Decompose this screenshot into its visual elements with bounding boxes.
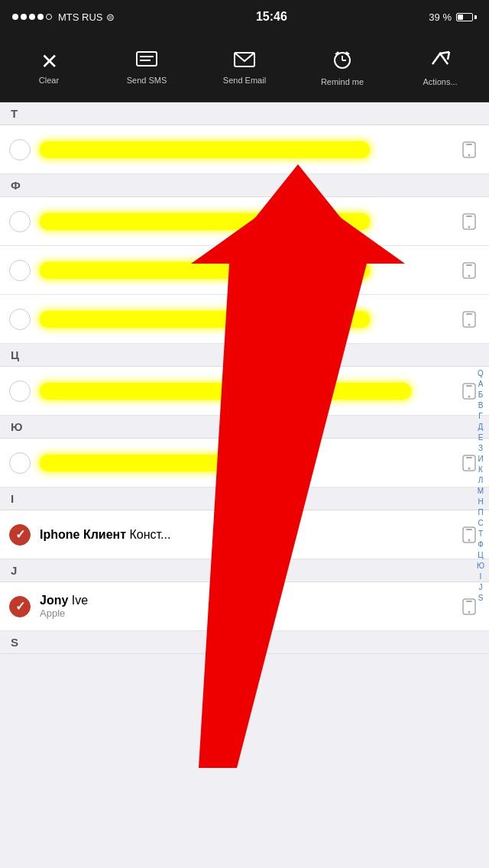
table-row[interactable] <box>0 125 489 174</box>
svg-rect-30 <box>466 529 472 530</box>
alpha-B[interactable]: Б <box>478 390 484 400</box>
contact-last-name: Ive <box>72 594 88 607</box>
section-header-Yu: Ю <box>0 416 489 439</box>
contact-name-bar <box>40 262 370 279</box>
battery-icon <box>456 13 477 21</box>
alpha-T[interactable]: Т <box>478 529 483 539</box>
email-icon <box>233 50 256 73</box>
contact-name-block <box>40 383 452 400</box>
remind-me-button[interactable]: Remind me <box>293 49 391 86</box>
contact-checkbox[interactable] <box>9 381 31 402</box>
table-row[interactable] <box>0 439 489 487</box>
battery-body <box>456 13 473 21</box>
table-row[interactable] <box>0 197 489 246</box>
contact-name-bar <box>40 213 370 230</box>
section-header-F: Ф <box>0 174 489 197</box>
contact-checkbox[interactable] <box>9 309 31 330</box>
alpha-E[interactable]: Е <box>478 432 484 442</box>
alpha-Yu[interactable]: Ю <box>477 561 484 571</box>
contact-name-bar <box>40 455 308 471</box>
alpha-F[interactable]: Ф <box>478 539 484 549</box>
alpha-J[interactable]: J <box>479 582 483 592</box>
alpha-P[interactable]: П <box>478 507 483 517</box>
section-header-S: S <box>0 631 489 654</box>
svg-line-9 <box>440 52 449 53</box>
alpha-G[interactable]: Г <box>478 411 482 421</box>
sms-label: Send SMS <box>127 76 167 85</box>
alpha-S-lat[interactable]: S <box>478 593 484 603</box>
wifi-icon: ⊜ <box>106 11 115 23</box>
actions-button[interactable]: Actions... <box>391 49 489 86</box>
contact-name-text: Iphone Клиент Конст... <box>40 528 452 542</box>
contact-name-bar <box>40 141 370 158</box>
contact-checkbox[interactable] <box>9 260 31 281</box>
svg-rect-12 <box>466 144 472 145</box>
contact-checkbox[interactable] <box>9 139 31 160</box>
send-sms-button[interactable]: Send SMS <box>98 50 196 85</box>
section-header-J: J <box>0 559 489 582</box>
alpha-L[interactable]: Л <box>478 475 484 485</box>
svg-rect-24 <box>466 385 472 387</box>
svg-point-22 <box>468 323 471 326</box>
sms-icon <box>135 50 158 73</box>
alpha-I[interactable]: И <box>478 454 483 464</box>
contact-first-name: Iphone Клиент <box>40 528 126 541</box>
signal-dots <box>12 14 52 20</box>
contact-checkbox[interactable] <box>9 452 31 474</box>
table-row[interactable]: Iphone Клиент Конст... <box>0 510 489 559</box>
alpha-K[interactable]: К <box>478 465 483 474</box>
alpha-index: Q А Б В Г Д Е З И К Л М Н П С Т Ф Ц Ю I … <box>472 102 489 868</box>
toolbar: ✕ Clear Send SMS Send Email <box>0 34 489 102</box>
alarm-icon <box>332 49 353 74</box>
alpha-I-lat[interactable]: I <box>480 572 482 581</box>
contact-list: T Ф <box>0 102 489 868</box>
alpha-N[interactable]: Н <box>478 497 483 507</box>
svg-rect-15 <box>466 215 472 217</box>
alpha-V[interactable]: В <box>478 400 484 410</box>
dot-3 <box>29 14 35 20</box>
alpha-S[interactable]: С <box>478 518 483 528</box>
contact-name-block <box>40 213 452 230</box>
svg-point-16 <box>468 225 471 228</box>
status-right: 39 % <box>429 11 477 23</box>
contact-name-block <box>40 455 452 471</box>
alpha-A[interactable]: А <box>478 379 484 389</box>
table-row[interactable]: Jony Ive Apple <box>0 582 489 631</box>
section-header-T: T <box>0 102 489 125</box>
svg-point-31 <box>468 539 471 541</box>
contact-name-block <box>40 311 452 328</box>
alpha-M[interactable]: М <box>478 486 484 496</box>
svg-rect-33 <box>466 601 472 602</box>
svg-rect-18 <box>466 264 472 266</box>
table-row[interactable] <box>0 367 489 416</box>
table-row[interactable] <box>0 295 489 344</box>
contact-checkbox[interactable] <box>9 211 31 232</box>
contact-name-bar <box>40 383 411 400</box>
battery-fill <box>458 15 463 20</box>
contact-name-bar <box>40 311 370 328</box>
contact-checkbox-checked[interactable] <box>9 524 31 546</box>
dot-2 <box>21 14 27 20</box>
contact-checkbox-checked[interactable] <box>9 596 31 617</box>
svg-point-19 <box>468 274 471 277</box>
dot-4 <box>37 14 44 20</box>
svg-rect-0 <box>137 52 157 66</box>
status-left: MTS RUS ⊜ <box>12 11 115 23</box>
contact-last-name: Конст... <box>130 528 171 541</box>
clear-button[interactable]: ✕ Clear <box>0 51 98 85</box>
email-label: Send Email <box>223 76 266 85</box>
status-time: 15:46 <box>256 10 287 24</box>
carrier-label: MTS RUS <box>58 11 103 23</box>
clear-icon: ✕ <box>40 51 58 73</box>
alpha-Q[interactable]: Q <box>478 368 484 378</box>
alpha-Z[interactable]: З <box>478 443 483 453</box>
send-email-button[interactable]: Send Email <box>196 50 293 85</box>
svg-point-28 <box>468 467 471 469</box>
contact-name-text: Jony Ive <box>40 594 452 607</box>
alpha-D[interactable]: Д <box>478 422 484 432</box>
table-row[interactable] <box>0 246 489 295</box>
dot-1 <box>12 14 18 20</box>
alpha-Ts[interactable]: Ц <box>478 550 483 560</box>
actions-label: Actions... <box>423 77 457 86</box>
section-header-I: I <box>0 487 489 510</box>
